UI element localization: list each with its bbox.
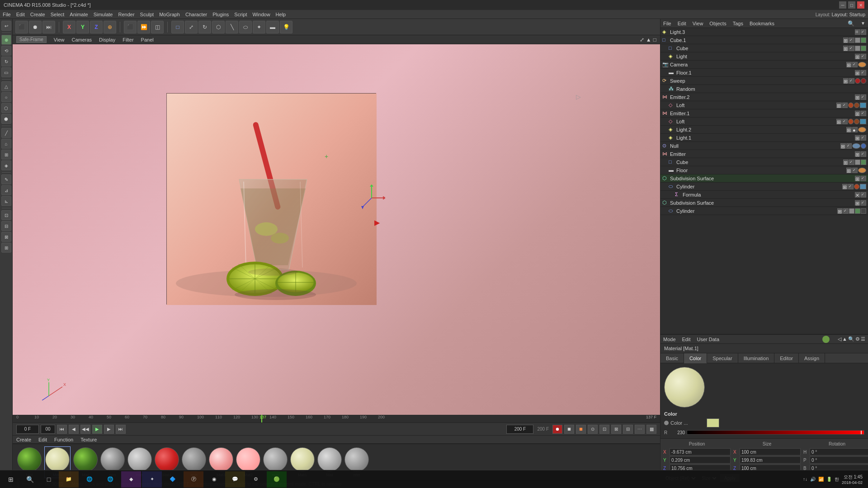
menu-window[interactable]: Window (252, 12, 270, 17)
menu-mograph[interactable]: MoGraph (159, 12, 180, 17)
tb-y-axis[interactable]: Y (76, 21, 89, 33)
tool-1[interactable]: △ (1, 81, 11, 91)
tb-explorer[interactable]: 📁 (59, 471, 79, 488)
tool-scale[interactable]: ⟲ (1, 46, 11, 56)
tb-render-active[interactable]: ⏩ (137, 21, 150, 33)
tb-ppt[interactable]: Ⓟ (184, 471, 203, 488)
vp-ctrl-1[interactable]: ⤢ (640, 37, 644, 43)
menu-plugins[interactable]: Plugins (212, 12, 229, 17)
obj-row-emitter1[interactable]: ⋈ Emitter.1 ⊞ ✓ (660, 109, 868, 117)
mat-nav-right[interactable]: 🔍 (848, 336, 854, 342)
mat-nav-tri[interactable]: ▲ (842, 336, 847, 342)
tb-search[interactable]: 🔍 (21, 471, 39, 488)
obj-menu-edit[interactable]: Edit (678, 21, 686, 26)
timecode-input[interactable]: 00 (41, 425, 55, 434)
tb-render-prev[interactable]: ⬛ (124, 21, 137, 33)
obj-row-loft2[interactable]: ◇ Loft ⊞ ✓ (660, 117, 868, 126)
viewport[interactable]: ▷ X Y + (13, 44, 660, 415)
tool-4[interactable]: ⬢ (1, 114, 11, 124)
tc-rec[interactable]: ⏺ (552, 425, 562, 434)
menu-character[interactable]: Character (185, 12, 207, 17)
tc-9[interactable]: ▦ (646, 425, 656, 434)
menu-render[interactable]: Render (118, 12, 134, 17)
tool-2[interactable]: ○ (1, 92, 11, 102)
obj-row-formula[interactable]: Σ Formula ✕ ✓ (660, 191, 868, 199)
tool-12[interactable]: ⊡ (1, 210, 11, 220)
mat-menu-edit[interactable]: Edit (38, 437, 47, 442)
tb-z-axis[interactable]: Z (90, 21, 103, 33)
tb-x-axis[interactable]: X (63, 21, 75, 33)
color-swatch-preview[interactable] (707, 418, 719, 427)
obj-row-camera[interactable]: 📷 Camera ⊞ ✓ (660, 61, 868, 69)
tool-9[interactable]: ✎ (1, 174, 11, 184)
tb-ae[interactable]: ◆ (121, 471, 141, 488)
tb-c4d[interactable]: ✦ (142, 471, 162, 488)
tb-rot[interactable]: ↻ (198, 21, 211, 33)
r-slider[interactable] (687, 430, 864, 435)
tb-ie2[interactable]: 🌐 (100, 471, 120, 488)
tb-start[interactable]: ⊞ (2, 471, 20, 488)
mat-tab-specular[interactable]: Specular (707, 353, 738, 363)
tool-14[interactable]: ⊠ (1, 232, 11, 242)
vp-ctrl-2[interactable]: ▲ (646, 37, 651, 43)
menu-edit[interactable]: Edit (16, 12, 25, 17)
menu-sculpt[interactable]: Sculpt (140, 12, 154, 17)
obj-row-cylinder2[interactable]: ⬭ Cylinder ⊞ ✓ (660, 207, 868, 215)
tool-3[interactable]: ⬡ (1, 103, 11, 113)
mat-tab-editor[interactable]: Editor (774, 353, 799, 363)
mat-color-dot[interactable] (664, 421, 669, 425)
tool-move[interactable]: ⊕ (1, 35, 11, 45)
tb-box[interactable]: □ (171, 21, 184, 33)
menu-create[interactable]: Create (30, 12, 45, 17)
tool-5[interactable]: ╱ (1, 128, 11, 138)
tc-end-frame[interactable]: 200 F (506, 425, 533, 434)
tb-pp[interactable]: 🔷 (163, 471, 183, 488)
tc-start[interactable]: ⏮ (57, 425, 67, 434)
tb-paint[interactable]: ✦ (253, 21, 265, 33)
obj-row-light[interactable]: ◈ Light ⊞ ✓ (660, 52, 868, 61)
mat-menu-create[interactable]: Create (16, 437, 31, 442)
tc-prev-frame[interactable]: ◀ (69, 425, 79, 434)
vp-menu-display[interactable]: Display (99, 37, 115, 42)
tray-icon-1[interactable]: ↑↓ (803, 477, 807, 482)
maximize-button[interactable]: □ (848, 1, 855, 9)
tool-7[interactable]: ⊞ (1, 150, 11, 160)
menu-script[interactable]: Script (234, 12, 247, 17)
tool-8[interactable]: ◈ (1, 160, 11, 170)
obj-row-light3[interactable]: ◈ Light.3 ⊞ ✓ (660, 28, 868, 36)
vp-menu-cameras[interactable]: Cameras (71, 37, 92, 42)
obj-row-emitter2[interactable]: ⋈ Emitter.2 ⊞ ✓ (660, 93, 868, 101)
r-value[interactable]: 230 (671, 430, 685, 435)
tc-play-fwd[interactable]: ▶ (92, 425, 102, 434)
menu-select[interactable]: Select (51, 12, 65, 17)
tray-icon-4[interactable]: 🔋 (826, 477, 832, 482)
tray-clock[interactable]: 오전 1:45 2018-04-02 (842, 474, 863, 485)
tc-7[interactable]: ⊟ (623, 425, 633, 434)
tb-ie[interactable]: 🌐 (80, 471, 99, 488)
mat-tab-color[interactable]: Color (684, 353, 707, 363)
obj-menu-tags[interactable]: Tags (733, 21, 743, 26)
obj-row-floor1[interactable]: ▬ Floor.1 ⊞ ✓ (660, 69, 868, 77)
rot-h-input[interactable] (810, 448, 868, 455)
tray-icon-2[interactable]: 🔊 (810, 477, 816, 482)
tb-floor2[interactable]: ▬ (266, 21, 279, 33)
tc-4[interactable]: ⊙ (588, 425, 598, 434)
tb-app5[interactable]: ◉ (204, 471, 224, 488)
tool-rotate[interactable]: ↻ (1, 56, 11, 66)
mat-menu-texture[interactable]: Texture (80, 437, 97, 442)
obj-row-light2[interactable]: ◈ Light.2 ⊞ ● (660, 126, 868, 134)
frame-input[interactable]: 0 F (16, 425, 39, 434)
obj-menu-file[interactable]: File (663, 21, 671, 26)
tb-green[interactable]: 🟢 (267, 471, 287, 488)
tray-icon-5[interactable]: 한 (835, 476, 839, 483)
mat-tab-illumination[interactable]: Illumination (738, 353, 775, 363)
size-y-input[interactable] (740, 456, 801, 464)
obj-menu-view[interactable]: View (693, 21, 703, 26)
tb-knife[interactable]: ╲ (226, 21, 238, 33)
vp-menu-view[interactable]: View (54, 37, 65, 42)
obj-row-light1[interactable]: ◈ Light.1 ⊞ ✓ (660, 134, 868, 142)
tb-task-view[interactable]: □ (40, 471, 58, 488)
menu-animate[interactable]: Animate (70, 12, 88, 17)
menu-help[interactable]: Help (276, 12, 286, 17)
mat-tab-basic[interactable]: Basic (660, 353, 684, 363)
